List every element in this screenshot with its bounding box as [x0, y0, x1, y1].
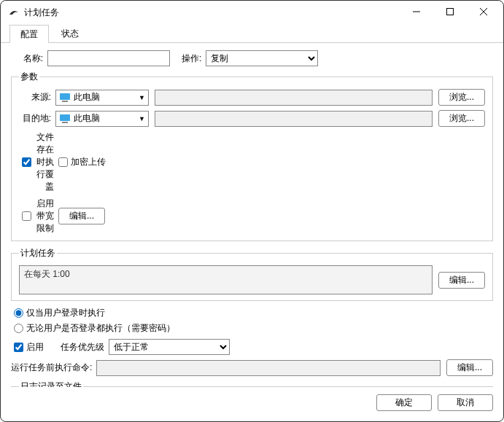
- precmd-label: 运行任务前执行命令:: [11, 362, 92, 374]
- dest-path-input[interactable]: [155, 111, 433, 127]
- log-legend: 日志记录至文件: [19, 380, 83, 387]
- source-select[interactable]: 此电脑▼: [55, 90, 149, 106]
- tab-config[interactable]: 配置: [9, 25, 49, 43]
- dest-select[interactable]: 此电脑▼: [55, 111, 149, 127]
- precmd-edit-button[interactable]: 编辑...: [446, 359, 493, 376]
- chevron-down-icon: ▼: [139, 94, 148, 101]
- schedule-edit-button[interactable]: 编辑...: [438, 272, 485, 289]
- params-legend: 参数: [19, 71, 39, 83]
- dest-label: 目的地:: [19, 112, 51, 125]
- source-browse-button[interactable]: 浏览...: [438, 89, 485, 106]
- schedule-text: 在每天 1:00: [19, 265, 433, 294]
- enable-checkbox[interactable]: 启用: [14, 341, 46, 353]
- priority-select[interactable]: 低于正常: [109, 339, 230, 355]
- window: 计划任务 配置 状态 名称: 操作: 复制 参数 来源: 此电脑▼: [0, 0, 504, 422]
- content-pane: 名称: 操作: 复制 参数 来源: 此电脑▼ 浏览... 目的地:: [1, 43, 503, 387]
- computer-icon: [59, 114, 71, 124]
- bandwidth-edit-button[interactable]: 编辑...: [58, 208, 105, 224]
- close-button[interactable]: [467, 1, 500, 23]
- computer-icon: [59, 93, 71, 103]
- name-input[interactable]: [47, 50, 170, 66]
- svg-rect-5: [62, 101, 68, 102]
- bandwidth-checkbox[interactable]: 启用带宽限制: [22, 198, 54, 235]
- svg-rect-4: [60, 93, 70, 100]
- log-group: 日志记录至文件 启用日志 日志文件: 浏览... 如果要每天都产生一个单独的日志…: [11, 380, 493, 387]
- name-label: 名称:: [11, 52, 43, 65]
- tab-status[interactable]: 状态: [50, 24, 90, 42]
- encrypt-checkbox[interactable]: 加密上传: [58, 156, 106, 168]
- svg-rect-7: [62, 122, 68, 123]
- params-group: 参数 来源: 此电脑▼ 浏览... 目的地: 此电脑▼: [11, 71, 493, 241]
- window-title: 计划任务: [24, 7, 400, 19]
- run-always-radio[interactable]: 无论用户是否登录都执行（需要密码）: [14, 322, 493, 335]
- precmd-input[interactable]: [96, 360, 441, 376]
- source-label: 来源:: [19, 91, 51, 103]
- cancel-button[interactable]: 取消: [438, 394, 493, 411]
- maximize-button[interactable]: [433, 1, 467, 23]
- minimize-button[interactable]: [400, 1, 433, 23]
- run-when-logged-in-radio[interactable]: 仅当用户登录时执行: [14, 307, 493, 319]
- svg-rect-6: [60, 114, 70, 121]
- svg-rect-1: [447, 9, 454, 15]
- source-path-input[interactable]: [155, 90, 433, 106]
- operation-select[interactable]: 复制: [206, 50, 318, 66]
- overwrite-checkbox[interactable]: 文件存在时执行覆盖: [22, 131, 54, 193]
- schedule-group: 计划任务 在每天 1:00 编辑...: [11, 247, 493, 301]
- priority-label: 任务优先级: [61, 341, 104, 353]
- titlebar: 计划任务: [1, 1, 503, 24]
- window-controls: [400, 1, 500, 24]
- ok-button[interactable]: 确定: [376, 394, 432, 411]
- tab-bar: 配置 状态: [1, 24, 503, 43]
- dest-browse-button[interactable]: 浏览...: [438, 110, 485, 127]
- operation-label: 操作:: [182, 52, 201, 65]
- chevron-down-icon: ▼: [139, 115, 148, 122]
- footer: 确定 取消: [1, 387, 503, 421]
- schedule-legend: 计划任务: [19, 247, 57, 259]
- app-icon: [8, 7, 20, 18]
